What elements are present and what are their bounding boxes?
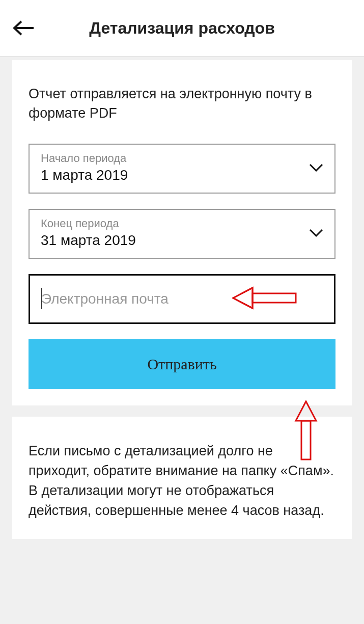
start-period-label: Начало периода — [41, 152, 323, 165]
svg-marker-1 — [233, 288, 253, 308]
page-title: Детализация расходов — [12, 19, 352, 38]
note-card: Если письмо с детализацией долго не прих… — [12, 417, 352, 539]
end-period-value: 31 марта 2019 — [41, 232, 323, 249]
end-period-selector[interactable]: Конец периода 31 марта 2019 — [29, 209, 335, 259]
start-period-selector[interactable]: Начало периода 1 марта 2019 — [29, 144, 335, 194]
note-text: Если письмо с детализацией долго не прих… — [29, 441, 335, 521]
email-placeholder: Электронная почта — [41, 291, 169, 307]
chevron-down-icon — [309, 164, 323, 174]
start-period-value: 1 марта 2019 — [41, 167, 323, 183]
annotation-arrow-left-icon — [232, 285, 298, 313]
chevron-down-icon — [309, 229, 323, 239]
svg-rect-3 — [253, 293, 296, 303]
form-card: Отчет отправляется на электронную почту … — [12, 60, 352, 405]
submit-button[interactable]: Отправить — [29, 339, 335, 389]
end-period-label: Конец периода — [41, 217, 323, 230]
email-input[interactable]: Электронная почта — [29, 274, 335, 324]
svg-marker-2 — [233, 288, 253, 308]
form-description: Отчет отправляется на электронную почту … — [29, 85, 335, 123]
app-header: Детализация расходов — [0, 0, 364, 57]
text-cursor — [41, 288, 42, 309]
